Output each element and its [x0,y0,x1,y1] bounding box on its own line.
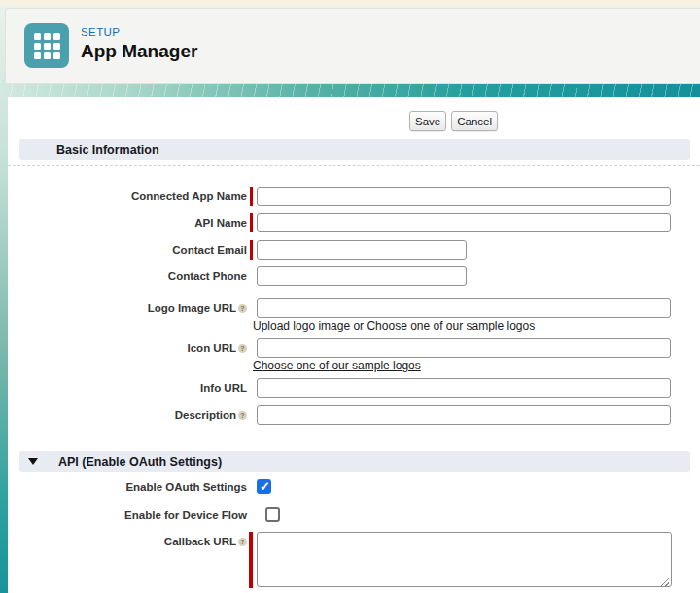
link-conjunction: or [353,319,364,332]
enable-device-flow-label: Enable for Device Flow [19,506,247,525]
connected-app-name-input[interactable] [257,187,671,206]
contact-phone-input[interactable] [257,266,467,286]
section-title: API (Enable OAuth Settings) [58,455,222,469]
save-button[interactable]: Save [409,111,446,131]
contact-email-label: Contact Email [19,240,247,260]
grid-dot [34,52,41,59]
field-row-enable-device-flow: Enable for Device Flow [19,506,280,525]
grid-dot [53,52,60,59]
field-row-api-name: API Name [19,213,671,232]
logo-image-url-label: Logo Image URL? [19,298,247,318]
field-row-enable-oauth: Enable OAuth Settings [19,477,271,497]
callback-url-label: Callback URL? [19,532,247,551]
top-accent-bar [0,0,700,6]
info-url-input[interactable] [257,378,671,398]
grid-dot [44,33,51,40]
field-row-icon-url: Icon URL? [19,338,671,358]
description-input[interactable] [257,405,671,425]
help-icon[interactable]: ? [238,538,247,546]
icon-links-row: Choose one of our sample logos [253,359,421,372]
enable-device-flow-checkbox[interactable] [265,507,280,522]
field-row-info-url: Info URL [19,378,671,398]
form-panel: Save Cancel Basic Information Connected … [8,97,700,593]
required-indicator [250,187,253,206]
help-icon[interactable]: ? [238,304,247,313]
contact-phone-label: Contact Phone [19,266,247,286]
field-row-contact-phone: Contact Phone [19,266,467,286]
required-slot [247,187,255,206]
grid-dot [53,43,60,50]
section-basic-information: Basic Information [19,139,690,160]
required-indicator [249,532,253,588]
section-divider [8,165,700,166]
required-slot [247,213,255,232]
enable-oauth-label: Enable OAuth Settings [19,477,247,497]
section-oauth-settings: API (Enable OAuth Settings) [19,451,690,472]
choose-sample-logos-link[interactable]: Choose one of our sample logos [367,319,535,332]
field-row-connected-app-name: Connected App Name [19,187,671,206]
logo-links-row: Upload logo image or Choose one of our s… [253,319,535,332]
setup-eyebrow: SETUP [81,26,120,38]
required-slot [247,532,255,588]
enable-oauth-checkbox[interactable] [257,479,271,494]
required-indicator [250,240,253,260]
callback-url-field [257,532,672,591]
field-row-contact-email: Contact Email [19,240,467,260]
grid-dot [34,43,41,50]
logo-image-url-input[interactable] [257,298,671,318]
grid-dot [44,43,51,50]
field-row-logo-image-url: Logo Image URL? [19,298,671,318]
contact-email-input[interactable] [257,240,467,260]
info-url-label: Info URL [19,378,247,398]
grid-dot [53,33,60,40]
description-label: Description? [19,405,247,425]
api-name-label: API Name [19,213,247,232]
callback-url-textarea[interactable] [257,532,672,587]
field-row-description: Description? [19,405,671,425]
required-indicator [250,213,253,232]
icon-url-label: Icon URL? [19,338,247,358]
connected-app-name-label: Connected App Name [19,187,247,206]
app-manager-grid-icon [24,23,69,68]
page-title: App Manager [81,41,197,62]
grid-dot [44,52,51,59]
section-title: Basic Information [56,143,159,157]
cancel-button[interactable]: Cancel [451,111,498,131]
icon-url-input[interactable] [257,338,671,358]
toolbar: Save Cancel [409,111,498,131]
field-row-callback-url: Callback URL? [19,532,672,591]
grid-dot [34,33,41,40]
help-icon[interactable]: ? [238,411,247,420]
upload-logo-image-link[interactable]: Upload logo image [253,319,350,332]
setup-header: SETUP App Manager [5,8,700,84]
required-slot [247,240,255,260]
help-icon[interactable]: ? [238,344,247,353]
choose-sample-logos-link[interactable]: Choose one of our sample logos [253,359,421,372]
triangle-down-icon[interactable] [28,458,38,465]
api-name-input[interactable] [257,213,671,232]
